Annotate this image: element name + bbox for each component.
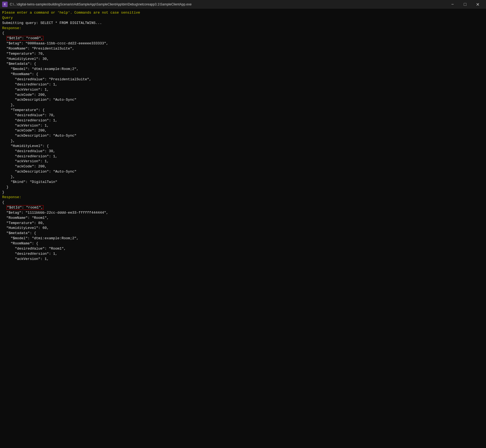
room0-ack-desc-2: "ackDescription": "Auto-Sync"	[2, 133, 484, 139]
room0-desired-value-1: "desiredValue": "PresidentialSuite",	[2, 77, 484, 82]
maximize-button[interactable]: □	[459, 0, 471, 9]
open-brace-2: {	[2, 200, 484, 205]
room0-kind: "$kind": "DigitalTwin"	[2, 180, 484, 185]
console-area[interactable]: Please enter a command or 'help'. Comman…	[0, 9, 486, 448]
room0-roomname-close: },	[2, 103, 484, 108]
room0-dtid-line: "$dtId": "room0",	[2, 36, 484, 41]
room1-dtid-line: "$dtId": "room1",	[2, 205, 484, 210]
room0-ack-code-3: "ackCode": 200,	[2, 164, 484, 169]
room0-ack-desc-3: "ackDescription": "Auto-Sync"	[2, 169, 484, 174]
room0-desired-version-2: "desiredVersion": 1,	[2, 118, 484, 123]
room0-model: "$model": "dtmi:example:Room;2",	[2, 67, 484, 72]
room0-roomname-open: "RoomName": {	[2, 72, 484, 77]
room1-ack-version-1: "ackVersion": 1,	[2, 257, 484, 262]
query-command: Query	[2, 16, 484, 21]
room0-ack-version-2: "ackVersion": 1,	[2, 123, 484, 128]
intro-line: Please enter a command or 'help'. Comman…	[2, 10, 484, 16]
room1-roomname: "RoomName": "Room1",	[2, 216, 484, 221]
title-bar-controls: − □ ✕	[446, 0, 484, 9]
room0-desired-version-3: "desiredVersion": 1,	[2, 154, 484, 159]
room0-ack-version-1: "ackVersion": 1,	[2, 87, 484, 93]
title-bar-text: C:\...\digital-twins-samples\buildingSce…	[10, 2, 444, 6]
room1-desired-value-1: "desiredValue": "Room1",	[2, 246, 484, 251]
room0-metadata-open: "$metadata": {	[2, 62, 484, 67]
room0-humiditylevel: "HumidityLevel": 30,	[2, 57, 484, 62]
room1-model: "$model": "dtmi:example:Room;2",	[2, 236, 484, 241]
room1-temperature: "Temperature": 80,	[2, 221, 484, 226]
response-label-2: Response:	[2, 195, 484, 200]
minimize-button[interactable]: −	[446, 0, 459, 9]
console-window: C C:\...\digital-twins-samples\buildingS…	[0, 0, 486, 448]
room0-humidity-close: },	[2, 174, 484, 180]
room1-dtid-highlight: "$dtId": "room1",	[7, 205, 44, 210]
room1-humiditylevel: "HumidityLevel": 60,	[2, 226, 484, 231]
room1-metadata-open: "$metadata": {	[2, 231, 484, 236]
response-label-1: Response:	[2, 26, 484, 31]
room0-dtid-highlight: "$dtId": "room0",	[7, 36, 44, 41]
room0-etag: "$etag": "0000aaaa-11bb-cccc-dd22-eeeeee…	[2, 41, 484, 46]
room1-desired-version-1: "desiredVersion": 1,	[2, 251, 484, 257]
open-brace-1: {	[2, 31, 484, 36]
room0-temperature: "Temperature": 70,	[2, 51, 484, 57]
app-icon: C	[2, 2, 8, 7]
room1-etag: "$etag": "1111bbbb-22cc-dddd-ee33-ffffff…	[2, 210, 484, 216]
room0-ack-version-3: "ackVersion": 1,	[2, 159, 484, 164]
close-button[interactable]: ✕	[471, 0, 484, 9]
room0-outer-close: }	[2, 190, 484, 195]
room0-inner-close: }	[2, 185, 484, 190]
room0-desired-value-2: "desiredValue": 70,	[2, 113, 484, 118]
room0-ack-desc-1: "ackDescription": "Auto-Sync"	[2, 97, 484, 103]
room1-roomname-open: "RoomName": {	[2, 241, 484, 246]
room0-desired-value-3: "desiredValue": 30,	[2, 149, 484, 154]
room0-ack-code-2: "ackCode": 200,	[2, 128, 484, 133]
room0-temp-open: "Temperature": {	[2, 108, 484, 113]
room0-temp-close: },	[2, 139, 484, 144]
app-icon-letter: C	[4, 3, 6, 6]
room0-roomname: "RoomName": "PresidentialSuite",	[2, 46, 484, 51]
room0-desired-version-1: "desiredVersion": 1,	[2, 82, 484, 87]
room0-humidity-open: "HumidityLevel": {	[2, 144, 484, 149]
room0-ack-code-1: "ackCode": 200,	[2, 93, 484, 98]
title-bar: C C:\...\digital-twins-samples\buildingS…	[0, 0, 486, 9]
submitting-query: Submitting query: SELECT * FROM DIGITALT…	[2, 21, 484, 26]
